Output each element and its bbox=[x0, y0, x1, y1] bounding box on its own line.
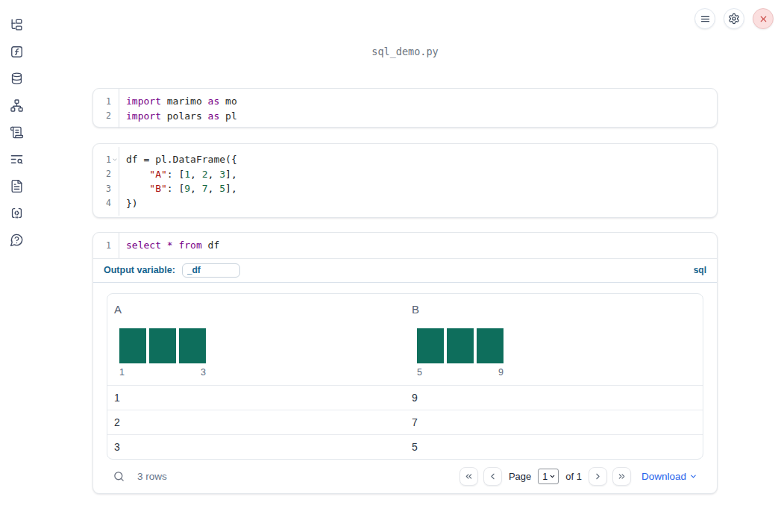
code-token: "A" bbox=[149, 169, 166, 180]
code-text: "B": [9, 7, 5], bbox=[119, 183, 237, 194]
table-cell: 9 bbox=[405, 392, 703, 404]
gutter: 2 bbox=[93, 169, 119, 179]
code-token: 9 bbox=[184, 183, 190, 194]
sql-cell[interactable]: 1 select * from df Output variable: sql … bbox=[92, 232, 718, 494]
search-icon[interactable] bbox=[113, 470, 125, 483]
code-line: 3 "B": [9, 7, 5], bbox=[93, 181, 717, 196]
table-footer: 3 rows Page 1 of 1 bbox=[107, 460, 703, 494]
column-header-a[interactable]: A 1 3 bbox=[107, 294, 405, 385]
code-snippet-icon bbox=[10, 206, 24, 220]
sidebar-item-functions[interactable] bbox=[10, 45, 24, 59]
histogram-max-label: 3 bbox=[201, 367, 206, 378]
page-total-label: of 1 bbox=[565, 471, 582, 482]
code-token: 1 bbox=[184, 169, 190, 180]
row-count: 3 rows bbox=[137, 471, 167, 482]
next-page-button[interactable] bbox=[589, 467, 607, 486]
sidebar-item-datasources[interactable] bbox=[10, 72, 24, 86]
code-token: df bbox=[202, 240, 219, 251]
code-line: 1 df = pl.DataFrame({ bbox=[93, 152, 717, 167]
code-token: , bbox=[208, 183, 220, 194]
code-editor[interactable]: 1 df = pl.DataFrame({ 2 "A": [1, 2, 3], … bbox=[93, 147, 717, 216]
notebook-filename: sql_demo.py bbox=[92, 46, 718, 57]
gear-icon bbox=[728, 13, 740, 25]
code-text: select * from df bbox=[119, 240, 219, 251]
code-token bbox=[126, 183, 149, 194]
code-cell-dataframe[interactable]: 1 df = pl.DataFrame({ 2 "A": [1, 2, 3], … bbox=[92, 143, 718, 218]
fold-chevron-icon[interactable] bbox=[111, 157, 119, 163]
code-text: import marimo as mo bbox=[119, 96, 237, 107]
code-line: 2 "A": [1, 2, 3], bbox=[93, 167, 717, 182]
code-token: 5 bbox=[219, 183, 225, 194]
column-name: A bbox=[114, 303, 405, 316]
line-number: 2 bbox=[93, 110, 111, 121]
sql-editor[interactable]: 1 select * from df bbox=[93, 233, 717, 259]
sidebar-item-help[interactable] bbox=[10, 233, 24, 247]
download-label: Download bbox=[641, 471, 686, 482]
code-text: "A": [1, 2, 3], bbox=[119, 169, 237, 180]
chevron-left-icon bbox=[488, 472, 498, 481]
last-page-button[interactable] bbox=[612, 467, 631, 486]
prev-page-button[interactable] bbox=[483, 467, 502, 486]
settings-button[interactable] bbox=[724, 8, 744, 29]
gutter: 1 bbox=[93, 154, 119, 165]
code-text: df = pl.DataFrame({ bbox=[119, 154, 237, 165]
first-page-button[interactable] bbox=[459, 467, 478, 486]
code-token: pl bbox=[219, 110, 236, 122]
code-token: marimo bbox=[161, 96, 208, 107]
gutter: 1 bbox=[93, 240, 119, 251]
chevron-right-icon bbox=[593, 472, 603, 481]
histogram-max-label: 9 bbox=[498, 367, 503, 378]
histogram-bar bbox=[119, 328, 146, 363]
histogram-bar bbox=[477, 328, 503, 363]
table-row[interactable]: 2 7 bbox=[107, 410, 703, 434]
code-token: df = pl.DataFrame({ bbox=[126, 154, 237, 165]
list-search-icon bbox=[10, 152, 24, 166]
code-token: from bbox=[178, 240, 201, 251]
table-cell: 1 bbox=[107, 392, 405, 404]
code-token: 2 bbox=[202, 169, 208, 180]
sidebar-item-logs[interactable] bbox=[10, 125, 24, 140]
column-name: B bbox=[412, 303, 703, 316]
file-tree-icon bbox=[10, 18, 24, 32]
gutter: 1 bbox=[93, 96, 119, 107]
shutdown-button[interactable] bbox=[753, 8, 774, 29]
code-token: ], bbox=[225, 183, 237, 194]
code-token: polars bbox=[161, 110, 208, 122]
code-token: import bbox=[126, 110, 161, 122]
code-editor[interactable]: 1 import marimo as mo 2 import polars as… bbox=[93, 89, 717, 128]
database-icon bbox=[10, 72, 24, 86]
line-number: 3 bbox=[93, 184, 111, 194]
histogram-min-label: 1 bbox=[119, 367, 125, 378]
output-variable-input[interactable] bbox=[182, 263, 240, 278]
code-token: * bbox=[167, 240, 173, 251]
sidebar bbox=[0, 0, 33, 532]
output-variable-row: Output variable: sql bbox=[93, 259, 717, 283]
menu-button[interactable] bbox=[694, 8, 715, 29]
sidebar-item-outline-search[interactable] bbox=[10, 152, 24, 166]
download-button[interactable]: Download bbox=[641, 471, 697, 482]
table-row[interactable]: 3 5 bbox=[107, 434, 703, 459]
code-token: }) bbox=[126, 198, 138, 209]
sidebar-item-snippets[interactable] bbox=[10, 206, 24, 220]
gutter: 4 bbox=[93, 198, 119, 208]
code-token bbox=[126, 169, 149, 180]
code-token: , bbox=[190, 183, 202, 194]
code-cell-imports[interactable]: 1 import marimo as mo 2 import polars as… bbox=[92, 88, 718, 128]
function-square-icon bbox=[10, 45, 24, 59]
histogram-min-label: 5 bbox=[417, 367, 422, 378]
line-number: 1 bbox=[93, 154, 111, 165]
column-header-b[interactable]: B 5 9 bbox=[405, 294, 703, 385]
sidebar-item-dependencies[interactable] bbox=[10, 98, 24, 113]
histogram-bar bbox=[447, 328, 474, 363]
page-select[interactable]: 1 bbox=[538, 469, 559, 484]
code-text: import polars as pl bbox=[119, 110, 237, 122]
gutter: 2 bbox=[93, 110, 119, 121]
code-token: import bbox=[126, 96, 161, 107]
page-label: Page bbox=[509, 471, 531, 482]
code-line: 4 }) bbox=[93, 196, 717, 211]
line-number: 4 bbox=[93, 198, 111, 208]
code-token: 7 bbox=[202, 183, 208, 194]
table-row[interactable]: 1 9 bbox=[107, 385, 703, 410]
sidebar-item-file-tree[interactable] bbox=[10, 18, 24, 32]
sidebar-item-documentation[interactable] bbox=[10, 179, 24, 193]
